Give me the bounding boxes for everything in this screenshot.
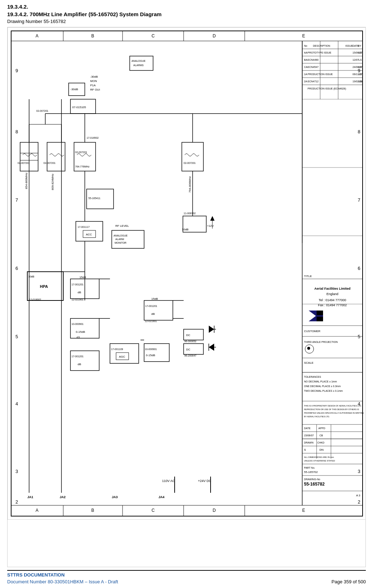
svg-text:7: 7 [358, 197, 360, 203]
svg-text:55-165782: 55-165782 [304, 482, 325, 487]
svg-text:11-006702: 11-006702 [184, 212, 196, 215]
svg-text:A: A [36, 508, 38, 513]
page-title: 19.3.4.2. 700MHz Line Amplifier (55-1657… [7, 11, 366, 17]
footer-sttrs-label: STTRS DOCUMENTATION [7, 572, 366, 578]
svg-text:ANALOGUE: ANALOGUE [114, 234, 128, 237]
svg-text:SCALE: SCALE [304, 361, 313, 364]
svg-text:17-001201: 17-001201 [145, 305, 157, 307]
drawing-number: Drawing Number 55-165782 [7, 19, 366, 24]
svg-text:ALL DIMENSIONS ARE IN mm: ALL DIMENSIONS ARE IN mm [304, 456, 334, 458]
svg-text:AA: AA [304, 51, 308, 54]
svg-text:ANALOGUE: ANALOGUE [132, 60, 146, 62]
svg-text:A 3: A 3 [356, 494, 360, 497]
svg-text:Fax : 01494 777002: Fax : 01494 777002 [318, 303, 347, 307]
svg-text:JA1: JA1 [27, 495, 33, 499]
svg-text:DN: DN [319, 448, 324, 451]
svg-text:dB: dB [78, 363, 81, 366]
footer-page: Page 359 of 500 [332, 579, 366, 584]
system-diagram-svg: A B C D E A B C D E 9 [8, 27, 366, 520]
svg-text:0-15dB: 0-15dB [76, 330, 85, 334]
svg-text:dB: dB [78, 291, 81, 294]
svg-text:RF LEVEL: RF LEVEL [115, 224, 129, 228]
svg-text:12/07: 12/07 [353, 59, 359, 61]
svg-rect-92 [317, 311, 323, 315]
svg-text:P1A: P1A [90, 84, 96, 87]
svg-text:3: 3 [15, 469, 18, 474]
svg-text:12-018002: 12-018002 [29, 298, 41, 301]
svg-text:B: B [91, 33, 94, 38]
svg-text:5: 5 [15, 334, 18, 339]
svg-text:17-001201: 17-001201 [72, 283, 84, 286]
svg-text:BY: BY [358, 45, 362, 47]
svg-text:02-007201: 02-007201 [75, 151, 87, 153]
svg-text:17-016502: 17-016502 [87, 137, 99, 139]
svg-text:BA: BA [304, 59, 308, 61]
svg-text:TOLERANCES: TOLERANCES [304, 376, 321, 378]
svg-text:9: 9 [15, 68, 18, 73]
svg-text:55-165411: 55-165411 [88, 197, 101, 199]
svg-text:DRAWING-No: DRAWING-No [304, 478, 320, 481]
svg-text:C: C [152, 508, 155, 513]
svg-text:02-007201: 02-007201 [18, 162, 30, 164]
svg-point-99 [307, 347, 310, 350]
svg-text:CHKD: CHKD [317, 441, 324, 444]
svg-text:ACC: ACC [86, 233, 92, 236]
svg-text:ECN4547: ECN4547 [308, 66, 318, 68]
svg-text:809-824MHz: 809-824MHz [51, 174, 54, 190]
svg-text:No: No [304, 45, 307, 47]
svg-text:C: C [152, 33, 155, 38]
svg-text:10-000901: 10-000901 [145, 348, 157, 350]
footer-bottom: Document Number 80-330501HBKM – Issue A … [7, 579, 366, 584]
svg-text:7: 7 [15, 197, 18, 203]
svg-text:PART No.: PART No. [304, 467, 315, 469]
svg-text:RF OUI: RF OUI [90, 88, 100, 91]
svg-text:ALARMS: ALARMS [133, 64, 144, 66]
svg-text:2: 2 [15, 499, 18, 505]
svg-text:+24V DC: +24V DC [198, 479, 211, 483]
svg-text:8: 8 [358, 129, 360, 134]
diagram-area: A B C D E A B C D E 9 [7, 27, 366, 567]
svg-text:AGC: AGC [119, 355, 125, 358]
svg-text:dB: dB [151, 312, 155, 316]
svg-text:4: 4 [15, 401, 18, 406]
svg-text:ALARM: ALARM [115, 238, 124, 240]
svg-text:9: 9 [358, 68, 360, 73]
svg-text:JA3: JA3 [112, 495, 118, 499]
svg-text:ISSUE: ISSUE [345, 45, 353, 47]
svg-text:30dB: 30dB [182, 228, 189, 231]
svg-text:LS: LS [359, 73, 362, 75]
svg-rect-93 [317, 317, 323, 321]
svg-text:30dB: 30dB [28, 275, 34, 278]
svg-text:-30dB: -30dB [90, 75, 98, 78]
svg-text:07-015105: 07-015105 [72, 106, 86, 109]
svg-text:B: B [91, 508, 94, 513]
svg-text:02-007201: 02-007201 [184, 162, 196, 164]
svg-text:England: England [326, 292, 338, 296]
svg-text:2: 2 [358, 499, 360, 505]
svg-text:APPD: APPD [318, 427, 325, 429]
footer-section: STTRS DOCUMENTATION Document Number 80-3… [7, 570, 366, 584]
svg-text:MON: MON [90, 79, 97, 83]
svg-text:ONE DECIMAL PLACE ± 0.3mm: ONE DECIMAL PLACE ± 0.3mm [304, 385, 341, 387]
svg-text:LS: LS [359, 51, 362, 54]
svg-text:DATE: DATE [304, 427, 310, 429]
svg-text:d3: d3 [77, 336, 80, 339]
svg-text:HPA: HPA [40, 284, 48, 289]
svg-text:LS: LS [359, 80, 362, 83]
svg-text:17-001109: 17-001109 [111, 348, 123, 350]
svg-text:2A: 2A [304, 80, 307, 83]
svg-text:1A: 1A [304, 73, 307, 75]
footer-doc-number: Document Number 80-330501HBKM – Issue A … [7, 579, 118, 584]
svg-text:764-776MHz: 764-776MHz [75, 165, 90, 168]
svg-text:D: D [213, 508, 216, 513]
svg-text:PROTOTYPE ISSUE: PROTOTYPE ISSUE [308, 51, 331, 54]
svg-text:THIS IS A PROPRIETARY DESIGN O: THIS IS A PROPRIETARY DESIGN OF AERIAL F… [304, 405, 362, 407]
svg-text:THIRD ANGLE PROJECTION: THIRD ANGLE PROJECTION [304, 341, 338, 343]
svg-text:PRODUCTION ISSUE (ECN4628): PRODUCTION ISSUE (ECN4628) [308, 87, 346, 90]
svg-text:NO DECIMAL PLACE ± 1mm: NO DECIMAL PLACE ± 1mm [304, 380, 337, 383]
svg-text:PROHIBITED UNLESS SPECIFICALLY: PROHIBITED UNLESS SPECIFICALLY AUTHORISE… [304, 412, 364, 414]
svg-text:0-15dB: 0-15dB [146, 354, 155, 357]
svg-text:+12V: +12V [207, 224, 214, 228]
svg-text:JA4: JA4 [158, 495, 165, 499]
svg-text:MONITOR: MONITOR [115, 242, 126, 244]
